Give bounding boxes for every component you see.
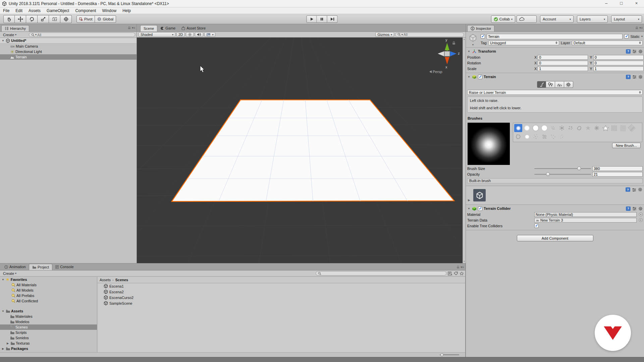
tab-project[interactable]: Project xyxy=(29,264,52,270)
thumbnail-zoom-slider[interactable] xyxy=(440,354,459,355)
terrain-settings-tool-button[interactable] xyxy=(564,81,573,88)
tab-animation[interactable]: Animation xyxy=(1,264,29,270)
menu-window[interactable]: Window xyxy=(99,7,119,14)
gizmos-dropdown[interactable]: Gizmos ▾ xyxy=(375,32,394,37)
hand-tool-button[interactable] xyxy=(3,15,15,23)
menu-help[interactable]: Help xyxy=(119,7,134,14)
foldout-open-icon[interactable]: ▼ xyxy=(1,310,5,313)
tab-game[interactable]: Game xyxy=(157,25,178,32)
tab-scene[interactable]: Scene xyxy=(140,25,157,32)
paint-details-tool-button[interactable] xyxy=(555,81,564,88)
lock-icon[interactable] xyxy=(128,26,131,29)
menu-assets[interactable]: Assets xyxy=(25,7,44,14)
close-button[interactable]: × xyxy=(629,0,644,7)
brush-swatch[interactable] xyxy=(540,133,548,141)
help-icon[interactable]: ? xyxy=(626,206,631,211)
project-create-button[interactable]: Create ▾ xyxy=(1,271,18,276)
terrain-header[interactable]: ▼ Terrain ? xyxy=(466,74,644,80)
brush-swatch[interactable] xyxy=(619,124,627,132)
new-brush-button[interactable]: New Brush... xyxy=(612,143,641,148)
brush-swatch[interactable] xyxy=(514,133,522,141)
brush-swatch[interactable] xyxy=(549,133,557,141)
foldout-closed-icon[interactable]: ▶ xyxy=(468,198,470,202)
pivot-toggle-button[interactable]: Pivot xyxy=(76,15,95,23)
layers-dropdown[interactable]: Layers ▾ xyxy=(577,15,608,23)
brush-swatch[interactable] xyxy=(558,133,566,141)
project-search-input[interactable] xyxy=(316,271,446,276)
cloud-button[interactable] xyxy=(517,15,537,23)
move-tool-button[interactable] xyxy=(15,15,26,23)
global-toggle-button[interactable]: Global xyxy=(95,15,116,23)
brush-swatch[interactable] xyxy=(601,124,609,132)
layout-dropdown[interactable]: Layout ▾ xyxy=(611,15,642,23)
scroll-down-icon[interactable]: ▼ xyxy=(463,260,465,262)
active-checkbox[interactable] xyxy=(481,34,485,39)
domestika-badge[interactable] xyxy=(595,315,631,351)
help-icon[interactable]: ? xyxy=(626,187,630,192)
brush-swatch[interactable] xyxy=(532,133,540,141)
brush-swatch[interactable] xyxy=(610,124,618,132)
brush-swatch[interactable] xyxy=(575,124,583,132)
asset-preview-tile[interactable] xyxy=(473,189,486,201)
folder-scenes[interactable]: Scenes xyxy=(0,324,97,330)
opacity-slider[interactable] xyxy=(534,172,591,177)
layer-dropdown[interactable]: Default xyxy=(572,41,643,45)
foldout-open-icon[interactable]: ▼ xyxy=(467,207,471,210)
hierarchy-search-input[interactable]: ▾ All xyxy=(29,33,135,37)
brush-swatch[interactable] xyxy=(514,124,522,132)
account-dropdown[interactable]: Account ▾ xyxy=(540,15,574,23)
foldout-open-icon[interactable]: ▼ xyxy=(1,39,5,42)
file-escenacurso2[interactable]: EscenaCurso2 xyxy=(98,295,465,300)
search-by-label-icon[interactable] xyxy=(454,272,458,276)
object-picker-icon[interactable] xyxy=(639,218,643,222)
rotate-tool-button[interactable] xyxy=(26,15,38,23)
gizmo-z-label[interactable]: z xyxy=(458,51,460,55)
lighting-toggle-button[interactable] xyxy=(186,32,194,37)
brush-swatch[interactable] xyxy=(593,124,601,132)
physic-material-field[interactable]: None (Physic Material) xyxy=(534,212,637,217)
favorite-all-conflicted[interactable]: All Conflicted xyxy=(0,298,97,304)
pause-button[interactable] xyxy=(317,15,327,23)
object-name-field[interactable] xyxy=(487,34,623,39)
object-picker-icon[interactable] xyxy=(639,213,643,216)
brush-swatch[interactable] xyxy=(523,124,531,132)
scale-y-field[interactable] xyxy=(593,66,644,71)
gear-icon[interactable] xyxy=(638,187,642,192)
scene-viewport[interactable]: y z x Persp xyxy=(137,38,463,263)
panel-menu-icon[interactable]: ▾≡ xyxy=(461,265,464,269)
gear-icon[interactable] xyxy=(638,75,643,79)
assets-root-folder[interactable]: ▼ Assets xyxy=(0,308,97,314)
lock-icon[interactable] xyxy=(452,41,455,45)
gameobject-cube-icon[interactable] xyxy=(469,34,477,42)
panel-menu-icon[interactable]: ▾≡ xyxy=(639,26,643,29)
play-button[interactable] xyxy=(307,15,317,23)
rotation-y-field[interactable] xyxy=(593,61,644,65)
favorite-all-materials[interactable]: All Materials xyxy=(0,282,97,288)
component-enabled-checkbox[interactable] xyxy=(478,75,482,79)
search-by-type-icon[interactable] xyxy=(448,272,452,276)
menu-gameobject[interactable]: GameObject xyxy=(44,7,72,14)
favorite-all-prefabs[interactable]: All Prefabs xyxy=(0,293,97,298)
maximize-button[interactable]: □ xyxy=(614,0,629,7)
scroll-up-icon[interactable]: ▲ xyxy=(463,38,465,40)
tab-inspector[interactable]: Inspector xyxy=(467,25,494,32)
favorites-root[interactable]: ▼ ★ Favorites xyxy=(0,277,97,282)
lock-icon[interactable] xyxy=(457,265,460,269)
effects-dropdown-button[interactable]: ▾ xyxy=(204,32,215,37)
presets-icon[interactable] xyxy=(632,49,637,53)
scene-search-input[interactable]: ▾ All xyxy=(395,33,464,37)
gear-icon[interactable] xyxy=(638,206,643,211)
opacity-value[interactable] xyxy=(592,172,643,177)
hierarchy-item-directional-light[interactable]: Directional Light xyxy=(0,49,137,54)
tab-hierarchy[interactable]: Hierarchy xyxy=(1,25,29,32)
file-escena1[interactable]: Escena1 xyxy=(98,283,465,289)
paint-terrain-tool-button[interactable] xyxy=(537,81,546,88)
tag-dropdown[interactable]: Untagged xyxy=(488,41,559,45)
foldout-open-icon[interactable]: ▼ xyxy=(467,50,471,53)
brush-swatch[interactable] xyxy=(567,124,575,132)
shading-mode-dropdown[interactable]: Shaded ▾ xyxy=(139,32,175,37)
collab-dropdown-button[interactable]: Collab ▾ xyxy=(491,15,515,23)
file-escena2[interactable]: Escena2 xyxy=(98,289,465,295)
position-y-field[interactable] xyxy=(593,55,644,60)
favorites-star-icon[interactable] xyxy=(460,272,464,276)
